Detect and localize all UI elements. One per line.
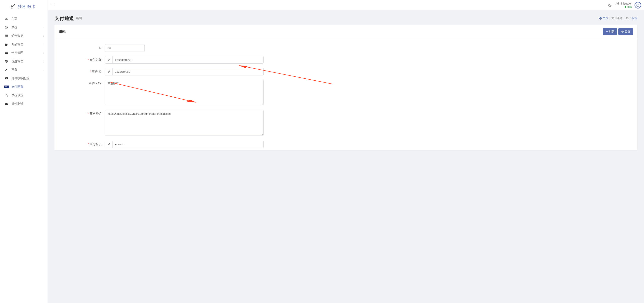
button-label: 列表 <box>609 30 614 33</box>
diamond-icon <box>4 60 9 63</box>
label-text: 商户 ID <box>92 70 102 73</box>
svg-rect-3 <box>7 19 8 20</box>
card-icon <box>4 51 9 55</box>
breadcrumb-l3[interactable]: 23 <box>626 17 629 20</box>
chevron-left-icon: ‹ <box>43 52 44 54</box>
sidebar-item-label: 商品管理 <box>12 43 43 46</box>
sidebar-item-cards[interactable]: 卡密管理 ‹ <box>0 49 48 57</box>
svg-point-4 <box>6 27 7 28</box>
svg-point-13 <box>6 94 6 95</box>
label-text: 支付标识 <box>90 142 102 146</box>
button-label: 查看 <box>625 30 630 33</box>
sidebar-item-sales[interactable]: 销售数据 ‹ <box>0 32 48 40</box>
svg-point-25 <box>622 32 623 32</box>
unicorn-icon <box>10 4 16 10</box>
label-pay-name: *支付名称 <box>62 56 105 62</box>
sidebar-sub-mail-test[interactable]: 邮件测试 <box>0 100 48 108</box>
svg-rect-21 <box>601 18 602 19</box>
card-header: 编辑 列表 查看 <box>54 25 637 38</box>
svg-rect-12 <box>5 77 8 79</box>
breadcrumb: 主页 / 支付通道 / 23 / 编辑 <box>599 17 637 20</box>
svg-rect-2 <box>6 18 6 20</box>
page-subtitle: 编辑 <box>76 17 82 20</box>
visa-icon: VISA <box>4 86 9 88</box>
sidebar-item-label: 系统 <box>12 26 43 29</box>
sidebar-item-label: 卡密管理 <box>12 51 43 55</box>
sidebar-item-label: 邮件测试 <box>12 102 44 106</box>
edit-icon[interactable] <box>105 56 112 64</box>
chevron-left-icon: ‹ <box>43 35 44 37</box>
label-pay-sign: *支付标识 <box>62 141 105 146</box>
input-merchant-id[interactable] <box>112 68 264 76</box>
chevron-left-icon: ‹ <box>43 26 44 29</box>
sidebar-item-system[interactable]: 系统 ‹ <box>0 23 48 32</box>
sidebar-item-label: 邮件模板配置 <box>12 77 44 80</box>
sidebar-item-discount[interactable]: 优惠管理 ‹ <box>0 57 48 66</box>
breadcrumb-home[interactable]: 主页 <box>599 17 608 20</box>
dark-mode-toggle[interactable] <box>607 2 613 8</box>
sidebar-item-label: 优惠管理 <box>12 60 43 63</box>
breadcrumb-sep: / <box>630 17 630 20</box>
svg-point-0 <box>12 6 13 7</box>
svg-point-14 <box>7 96 8 96</box>
breadcrumb-sep: / <box>610 17 610 20</box>
sidebar-menu: 主页 系统 ‹ 销售数据 ‹ 商品管理 ‹ <box>0 14 48 108</box>
chevron-left-icon: ‹ <box>43 43 44 46</box>
label-merchant-id: *商户 ID <box>62 68 105 74</box>
sidebar-item-home[interactable]: 主页 <box>0 15 48 23</box>
brand-logo[interactable]: 独角 数卡 <box>0 0 48 14</box>
user-name: Administrator <box>616 2 632 5</box>
menu-toggle-icon[interactable] <box>50 0 607 11</box>
page-title: 支付通道 <box>54 15 74 22</box>
input-pay-sign[interactable] <box>112 141 264 148</box>
view-button[interactable]: 查看 <box>618 28 633 35</box>
sidebar-item-products[interactable]: 商品管理 ‹ <box>0 40 48 49</box>
card-title: 编辑 <box>59 30 602 34</box>
brand-text: 独角 数卡 <box>18 4 36 9</box>
logout-button[interactable] <box>634 2 641 9</box>
gear-icon <box>4 26 9 29</box>
sidebar: 独角 数卡 主页 系统 ‹ 销售数据 ‹ <box>0 0 48 303</box>
sidebar-sub-system-settings[interactable]: 系统设置 <box>0 91 48 100</box>
status-dot-icon <box>625 6 626 8</box>
breadcrumb-l2[interactable]: 支付通道 <box>612 17 622 20</box>
label-text: 商户密钥 <box>90 112 102 115</box>
breadcrumb-sep: / <box>624 17 624 20</box>
textarea-merchant-key[interactable]: 不填即可 <box>105 80 264 105</box>
label-text: 支付名称 <box>90 58 102 61</box>
row-pay-name: *支付名称 <box>62 56 630 64</box>
row-id: ID <box>62 44 630 52</box>
sidebar-item-label: 配置 <box>12 68 43 72</box>
svg-rect-20 <box>600 18 600 19</box>
label-merchant-key: 商户 KEY <box>62 80 105 85</box>
bag-icon <box>4 43 9 46</box>
topbar: Administrator 在线 <box>48 0 644 10</box>
sidebar-sub-mail-template[interactable]: 邮件模板配置 <box>0 74 48 83</box>
input-id[interactable] <box>105 44 144 52</box>
chevron-down-icon: › <box>42 70 44 70</box>
row-pay-sign: *支付标识 <box>62 141 630 148</box>
gears-icon <box>4 94 9 97</box>
svg-rect-11 <box>5 53 8 53</box>
sidebar-sub-payment-config[interactable]: VISA 支付配置 <box>0 83 48 91</box>
envelope-icon <box>4 102 9 106</box>
svg-rect-1 <box>5 19 6 20</box>
main: Administrator 在线 支付通道 编辑 主页 / <box>48 0 644 303</box>
input-pay-name[interactable] <box>112 56 264 64</box>
user-info: Administrator 在线 <box>616 2 632 9</box>
textarea-merchant-secret[interactable]: https://usdt.ioiox.xyz/api/v1/order/crea… <box>105 110 264 136</box>
status-text: 在线 <box>627 5 632 9</box>
row-merchant-secret: *商户密钥 https://usdt.ioiox.xyz/api/v1/orde… <box>62 110 630 136</box>
sidebar-item-config[interactable]: 配置 › <box>0 66 48 74</box>
edit-form: ID *支付名称 <box>54 38 637 150</box>
edit-icon[interactable] <box>105 141 112 148</box>
grid-icon <box>4 34 9 38</box>
label-merchant-secret: *商户密钥 <box>62 110 105 116</box>
bars-icon <box>4 17 9 21</box>
edit-icon[interactable] <box>105 68 112 76</box>
row-merchant-key: 商户 KEY 不填即可 <box>62 80 630 106</box>
list-button[interactable]: 列表 <box>603 28 617 35</box>
label-id: ID <box>62 44 105 49</box>
svg-point-19 <box>600 17 602 19</box>
breadcrumb-l4: 编辑 <box>632 17 637 20</box>
